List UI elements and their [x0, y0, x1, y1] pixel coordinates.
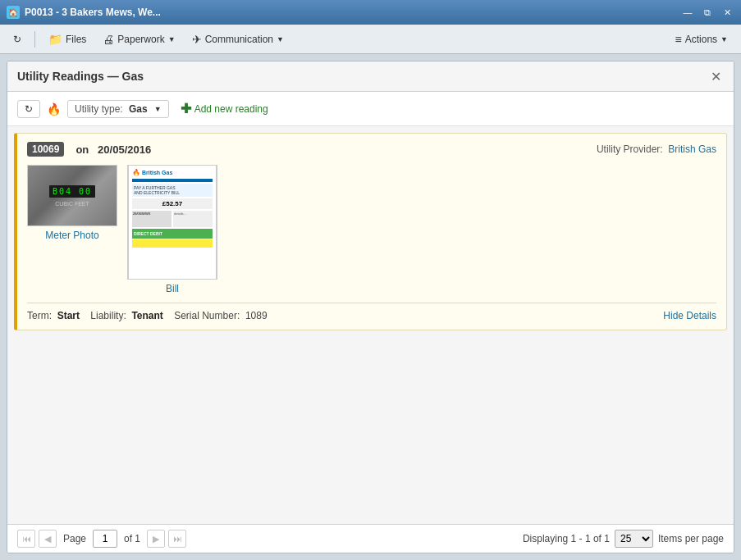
reading-card: 10069 on 20/05/2016 Utility Provider: Br…	[14, 133, 727, 330]
serial-value: 1089	[245, 310, 268, 321]
reading-provider: Utility Provider: British Gas	[597, 143, 716, 155]
utility-type-value: Gas	[129, 103, 148, 115]
items-per-page-select[interactable]: 10 25 50 100	[615, 530, 653, 548]
actions-icon: ≡	[675, 33, 682, 46]
utility-type-button[interactable]: Utility type: Gas ▼	[67, 100, 169, 118]
meter-photo-thumb: B04 00 CUBIC FEET	[27, 165, 117, 226]
panel-close-button[interactable]: ✕	[707, 68, 724, 84]
panel-body: 10069 on 20/05/2016 Utility Provider: Br…	[7, 126, 734, 524]
panel-refresh-icon: ↻	[25, 103, 33, 115]
items-per-page-label: Items per page	[658, 533, 724, 544]
term-value: Start	[57, 310, 80, 321]
term-label: Term:	[27, 310, 52, 321]
utility-type-dropdown-icon: ▼	[154, 105, 162, 113]
bill-thumb: 🔥 British Gas PAY A FURTHER GASAND ELECT…	[127, 165, 217, 280]
meter-text-small: CUBIC FEET	[55, 201, 89, 207]
reading-meta: Term: Start Liability: Tenant Serial Num…	[27, 310, 268, 321]
next-page-button[interactable]: ▶	[147, 530, 165, 548]
meter-photo-label[interactable]: Meter Photo	[45, 230, 98, 241]
page-input[interactable]	[93, 530, 117, 548]
meter-display: B04 00	[49, 185, 95, 198]
panel-footer: ⏮ ◀ Page of 1 ▶ ⏭ Displaying 1 - 1 of 1 …	[7, 524, 734, 553]
files-button[interactable]: 📁 Files	[42, 30, 93, 49]
refresh-button[interactable]: ↻	[7, 30, 28, 48]
bill-amount: £52.57	[132, 198, 213, 209]
liability-label: Liability:	[90, 310, 126, 321]
actions-dropdown-icon: ▼	[720, 35, 728, 43]
title-bar: 🏠 P0013 - 3 Bakers Mews, We... — ⧉ ✕	[0, 0, 741, 25]
main-toolbar: ↻ 📁 Files 🖨 Paperwork ▼ ✈ Communication …	[0, 25, 741, 54]
communication-icon: ✈	[192, 33, 202, 46]
paperwork-label: Paperwork	[117, 34, 164, 45]
bill-mock: 🔥 British Gas PAY A FURTHER GASAND ELECT…	[128, 165, 217, 280]
meter-photo-attachment[interactable]: B04 00 CUBIC FEET Meter Photo	[27, 165, 117, 294]
provider-label: Utility Provider:	[597, 143, 663, 155]
refresh-icon: ↻	[13, 34, 21, 45]
pagination-right: Displaying 1 - 1 of 1 10 25 50 100 Items…	[523, 530, 724, 548]
communication-dropdown-icon: ▼	[277, 35, 284, 43]
bill-attachment[interactable]: 🔥 British Gas PAY A FURTHER GASAND ELECT…	[127, 165, 217, 294]
reading-id-badge: 10069	[27, 142, 64, 157]
actions-label: Actions	[685, 34, 717, 45]
reading-footer: Term: Start Liability: Tenant Serial Num…	[27, 303, 716, 321]
paperwork-icon: 🖨	[103, 33, 114, 46]
utility-fire-icon: 🔥	[47, 102, 61, 116]
serial-label: Serial Number:	[174, 310, 240, 321]
reading-date: on 20/05/2016	[75, 143, 151, 156]
close-window-button[interactable]: ✕	[720, 5, 734, 20]
panel-title: Utility Readings — Gas	[17, 70, 144, 83]
paperwork-dropdown-icon: ▼	[168, 35, 176, 43]
page-of-label: of 1	[124, 533, 140, 544]
liability-value: Tenant	[131, 310, 162, 321]
add-reading-button[interactable]: ✚ Add new reading	[176, 98, 273, 119]
bill-logo-text: British Gas	[142, 170, 172, 175]
files-label: Files	[66, 34, 86, 45]
files-icon: 📁	[48, 33, 62, 46]
hide-details-link[interactable]: Hide Details	[663, 310, 716, 321]
add-plus-icon: ✚	[181, 101, 191, 116]
communication-label: Communication	[205, 34, 273, 45]
bill-label[interactable]: Bill	[166, 283, 179, 294]
first-page-button[interactable]: ⏮	[17, 530, 35, 548]
displaying-label: Displaying 1 - 1 of 1	[523, 533, 610, 544]
page-label: Page	[63, 533, 86, 544]
reading-date-prefix: on	[75, 143, 89, 156]
pagination: ⏮ ◀ Page of 1 ▶ ⏭	[17, 530, 186, 548]
reading-date-value: 20/05/2016	[98, 143, 151, 156]
reading-header: 10069 on 20/05/2016 Utility Provider: Br…	[27, 142, 716, 157]
prev-page-button[interactable]: ◀	[39, 530, 57, 548]
panel-header: Utility Readings — Gas ✕	[7, 61, 734, 92]
restore-button[interactable]: ⧉	[700, 5, 715, 20]
panel-toolbar: ↻ 🔥 Utility type: Gas ▼ ✚ Add new readin…	[7, 92, 734, 126]
utility-type-label: Utility type:	[75, 103, 126, 115]
communication-button[interactable]: ✈ Communication ▼	[185, 30, 290, 49]
main-content: Utility Readings — Gas ✕ ↻ 🔥 Utility typ…	[0, 54, 741, 560]
last-page-button[interactable]: ⏭	[168, 530, 186, 548]
minimize-button[interactable]: —	[680, 5, 695, 20]
panel-refresh-button[interactable]: ↻	[17, 100, 40, 118]
attachments-container: B04 00 CUBIC FEET Meter Photo 🔥 British …	[27, 165, 716, 294]
paperwork-button[interactable]: 🖨 Paperwork ▼	[96, 30, 181, 49]
window-title: P0013 - 3 Bakers Mews, We...	[25, 7, 161, 18]
actions-button[interactable]: ≡ Actions ▼	[669, 30, 734, 49]
meter-photo-mock: B04 00 CUBIC FEET	[28, 165, 117, 226]
provider-link[interactable]: British Gas	[668, 143, 716, 155]
app-icon: 🏠	[7, 6, 20, 19]
add-reading-label: Add new reading	[194, 103, 268, 115]
separator-1	[34, 31, 35, 48]
utility-readings-panel: Utility Readings — Gas ✕ ↻ 🔥 Utility typ…	[7, 61, 734, 553]
